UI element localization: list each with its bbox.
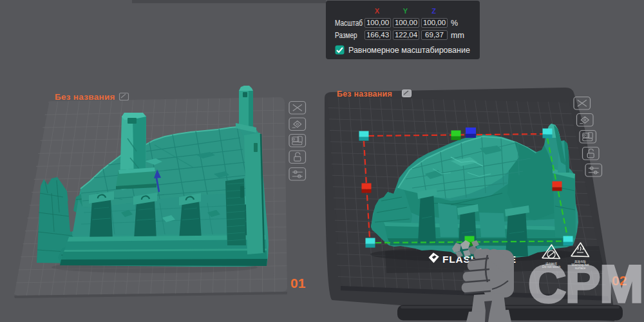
svg-text:Без названия: Без названия [337,90,392,99]
svg-text:CPM: CPM [528,254,643,313]
svg-text:Без названия: Без названия [55,92,115,102]
svg-text:01: 01 [290,276,306,290]
